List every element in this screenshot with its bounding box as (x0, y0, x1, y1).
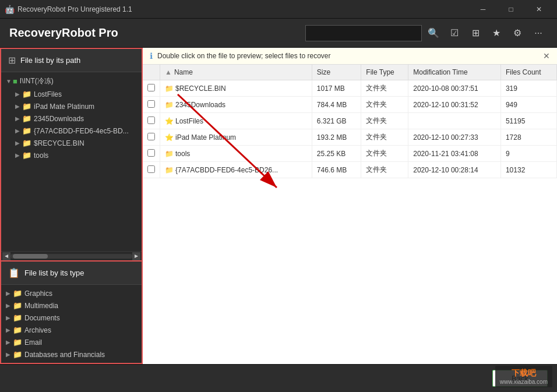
info-bar: ℹ Double click on the file to preview; s… (143, 48, 557, 65)
row-size: 1017 MB (312, 80, 361, 97)
right-panel: ℹ Double click on the file to preview; s… (143, 48, 557, 364)
type-item-archives[interactable]: ▶ 📁 Archives (1, 324, 142, 336)
type-item-email[interactable]: ▶ 📁 Email (1, 336, 142, 348)
tree-item-tools[interactable]: ▶ 📁 tools (1, 149, 142, 161)
row-checkbox[interactable] (147, 133, 155, 140)
row-size: 746.6 MB (312, 162, 361, 178)
info-close-btn[interactable]: ✕ (543, 51, 550, 61)
type-item-databases[interactable]: ▶ 📁 Databases and Financials (1, 348, 142, 361)
folder-special-icon: ⭐ (165, 133, 174, 142)
row-checkbox[interactable] (147, 84, 155, 91)
close-button[interactable]: ✕ (526, 0, 552, 19)
scroll-left-btn[interactable]: ◀ (2, 252, 10, 260)
tree-item-lostfiles[interactable]: ▶ 📁 LostFiles (1, 88, 142, 100)
type-item-documents[interactable]: ▶ 📁 Documents (1, 312, 142, 324)
horizontal-scrollbar[interactable]: ◀ ▶ (1, 251, 142, 260)
row-name: ⭐LostFiles (160, 113, 312, 129)
multimedia-arrow: ▶ (6, 302, 13, 309)
row-name: 📁$RECYCLE.BIN (160, 80, 312, 97)
tools-label: tools (34, 151, 48, 160)
tools-arrow: ▶ (15, 152, 22, 158)
type-item-multimedia[interactable]: ▶ 📁 Multimedia (1, 299, 142, 312)
type-section-header: 📋 File list by its type (1, 262, 142, 285)
type-section-icon: 📋 (8, 267, 20, 278)
row-modified: 2020-12-10 00:31:52 (408, 97, 501, 113)
col-count[interactable]: Files Count (500, 65, 556, 80)
row-checkbox[interactable] (147, 116, 155, 124)
scrollbar-track[interactable] (10, 254, 132, 259)
scroll-right-btn[interactable]: ▶ (132, 252, 140, 260)
col-check[interactable] (143, 65, 160, 80)
row-checkbox[interactable] (147, 165, 155, 173)
checkbox-icon-btn[interactable]: ☑ (445, 24, 464, 43)
row-checkbox-cell[interactable] (143, 97, 160, 113)
row-type: 文件夹 (361, 146, 408, 162)
table-row[interactable]: 📁tools 25.25 KB 文件夹 2020-11-21 03:41:08 … (143, 146, 557, 162)
folder-icon: 📁 (165, 101, 174, 109)
file-table[interactable]: ▲Name Size File Type Modification Time F… (143, 65, 557, 364)
col-name[interactable]: ▲Name (160, 65, 312, 80)
2345-arrow: ▶ (15, 115, 22, 122)
archives-label: Archives (24, 326, 51, 334)
table-row[interactable]: ⭐LostFiles 6.321 GB 文件夹 51195 (143, 113, 557, 129)
row-size: 193.2 MB (312, 129, 361, 146)
drive-arrow: ▼ (6, 78, 13, 84)
tree-item-ipad[interactable]: ▶ 📁 iPad Mate Platinum (1, 100, 142, 112)
tree-item-recycle[interactable]: ▶ 📁 $RECYCLE.BIN (1, 137, 142, 149)
row-checkbox[interactable] (147, 149, 155, 157)
folder-special-icon: ⭐ (165, 117, 174, 125)
row-modified: 2020-12-10 00:28:14 (408, 162, 501, 178)
graphics-label: Graphics (24, 289, 52, 298)
grid-icon-btn[interactable]: ⊞ (466, 24, 485, 43)
documents-label: Documents (24, 314, 60, 322)
folder-icon: 📁 (165, 150, 174, 158)
table-row[interactable]: 📁$RECYCLE.BIN 1017 MB 文件夹 2020-10-08 00:… (143, 80, 557, 97)
tree-item-7a7a[interactable]: ▶ 📁 {7A7ACBDD-FED6-4ec5-BD... (1, 125, 142, 137)
title-bar: 🤖 RecoveryRobot Pro Unregistered 1.1 ─ □… (0, 0, 557, 19)
maximize-button[interactable]: □ (498, 0, 524, 19)
search-input[interactable] (305, 25, 422, 41)
archives-arrow: ▶ (6, 327, 13, 333)
scrollbar-thumb[interactable] (13, 254, 48, 259)
row-modified: 2020-12-10 00:27:33 (408, 129, 501, 146)
col-modified[interactable]: Modification Time (408, 65, 501, 80)
drive-icon: ■ (13, 77, 17, 86)
minimize-button[interactable]: ─ (470, 0, 496, 19)
archives-icon: 📁 (13, 326, 22, 334)
multimedia-icon: 📁 (13, 301, 22, 310)
row-checkbox-cell[interactable] (143, 146, 160, 162)
folder-icon: 📁 (165, 166, 174, 174)
folder-icon: 📁 (165, 84, 174, 93)
col-size[interactable]: Size (312, 65, 361, 80)
tools-icon-btn[interactable]: ⚙ (508, 24, 527, 43)
row-checkbox-cell[interactable] (143, 80, 160, 97)
tree-drive[interactable]: ▼ ■ I\INT(冷冻) (1, 75, 142, 88)
tree-item-2345[interactable]: ▶ 📁 2345Downloads (1, 112, 142, 125)
table-row[interactable]: 📁2345Downloads 784.4 MB 文件夹 2020-12-10 0… (143, 97, 557, 113)
table-row[interactable]: ⭐iPad Mate Platinum 193.2 MB 文件夹 2020-12… (143, 129, 557, 146)
multimedia-label: Multimedia (24, 302, 58, 310)
path-section-header: ⊞ File list by its path (1, 49, 142, 72)
row-type: 文件夹 (361, 129, 408, 146)
table-row[interactable]: 📁{7A7ACBDD-FED6-4ec5-BD26... 746.6 MB 文件… (143, 162, 557, 178)
email-icon: 📁 (13, 338, 22, 347)
back-button[interactable]: Back (492, 370, 548, 387)
content-area: ⊞ File list by its path ▼ ■ I\INT(冷冻) ▶ … (0, 48, 557, 364)
path-tree-area[interactable]: ▼ ■ I\INT(冷冻) ▶ 📁 LostFiles ▶ 📁 iPad Mat… (1, 72, 142, 251)
type-section-label: File list by its type (24, 269, 84, 277)
row-count: 1728 (500, 129, 556, 146)
col-type[interactable]: File Type (361, 65, 408, 80)
type-item-graphics[interactable]: ▶ 📁 Graphics (1, 287, 142, 299)
search-icon-btn[interactable]: 🔍 (424, 24, 443, 43)
path-section-label: File list by its path (20, 56, 80, 65)
star-icon-btn[interactable]: ★ (487, 24, 506, 43)
ipad-label: iPad Mate Platinum (34, 103, 94, 111)
row-checkbox-cell[interactable] (143, 113, 160, 129)
more-icon-btn[interactable]: ··· (529, 24, 548, 43)
row-checkbox-cell[interactable] (143, 162, 160, 178)
row-type: 文件夹 (361, 113, 408, 129)
row-count: 51195 (500, 113, 556, 129)
row-checkbox-cell[interactable] (143, 129, 160, 146)
row-checkbox[interactable] (147, 100, 155, 108)
recycle-icon: 📁 (22, 139, 31, 147)
